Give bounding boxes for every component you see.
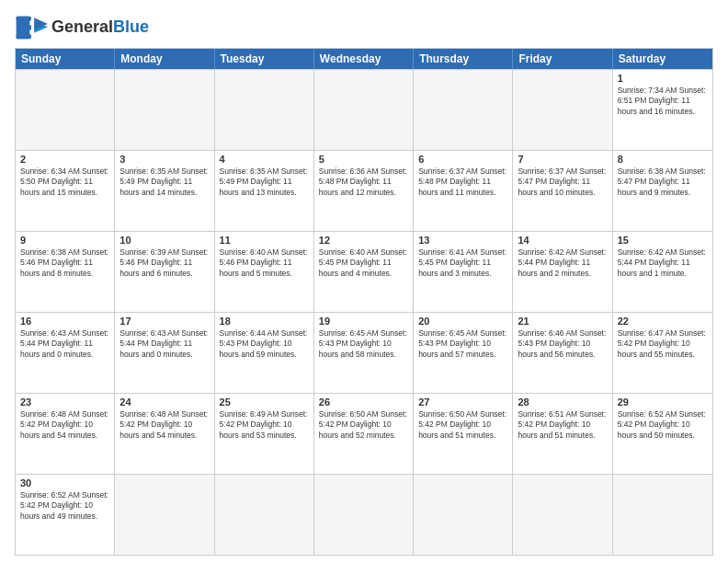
cell-info: Sunrise: 6:40 AM Sunset: 5:45 PM Dayligh… (319, 247, 408, 279)
calendar-row: 1Sunrise: 7:34 AM Sunset: 6:51 PM Daylig… (16, 69, 712, 150)
calendar-cell (215, 70, 314, 150)
calendar-cell: 11Sunrise: 6:40 AM Sunset: 5:46 PM Dayli… (215, 232, 314, 312)
day-number: 9 (20, 235, 109, 246)
svg-rect-3 (17, 34, 31, 39)
day-number: 5 (319, 154, 408, 165)
calendar-cell (215, 475, 314, 555)
calendar-cell: 29Sunrise: 6:52 AM Sunset: 5:42 PM Dayli… (613, 394, 712, 474)
cell-info: Sunrise: 6:37 AM Sunset: 5:47 PM Dayligh… (518, 167, 607, 198)
day-number: 17 (119, 316, 209, 327)
calendar-cell (414, 475, 513, 555)
cell-info: Sunrise: 6:42 AM Sunset: 5:44 PM Dayligh… (618, 247, 708, 279)
svg-rect-2 (17, 17, 31, 21)
calendar-cell: 12Sunrise: 6:40 AM Sunset: 5:45 PM Dayli… (314, 232, 414, 312)
day-number: 19 (319, 316, 408, 327)
calendar-row: 2Sunrise: 6:34 AM Sunset: 5:50 PM Daylig… (16, 150, 712, 231)
weekday-header: Wednesday (314, 49, 414, 69)
calendar-cell: 16Sunrise: 6:43 AM Sunset: 5:44 PM Dayli… (16, 313, 115, 393)
day-number: 8 (618, 154, 708, 165)
calendar-cell: 3Sunrise: 6:35 AM Sunset: 5:49 PM Daylig… (115, 151, 214, 231)
calendar-cell: 25Sunrise: 6:49 AM Sunset: 5:42 PM Dayli… (215, 394, 314, 474)
logo: GeneralBlue (15, 15, 149, 40)
calendar-header: SundayMondayTuesdayWednesdayThursdayFrid… (16, 49, 712, 69)
cell-info: Sunrise: 6:35 AM Sunset: 5:49 PM Dayligh… (220, 167, 309, 198)
day-number: 7 (518, 154, 607, 165)
cell-info: Sunrise: 6:42 AM Sunset: 5:44 PM Dayligh… (518, 247, 607, 279)
calendar: SundayMondayTuesdayWednesdayThursdayFrid… (15, 48, 713, 556)
calendar-cell: 27Sunrise: 6:50 AM Sunset: 5:42 PM Dayli… (414, 394, 513, 474)
weekday-header: Monday (115, 49, 214, 69)
calendar-cell: 8Sunrise: 6:38 AM Sunset: 5:47 PM Daylig… (613, 151, 712, 231)
weekday-header: Saturday (613, 49, 712, 69)
day-number: 14 (518, 235, 607, 246)
calendar-cell: 30Sunrise: 6:52 AM Sunset: 5:42 PM Dayli… (16, 475, 115, 555)
logo-icon (15, 15, 48, 40)
cell-info: Sunrise: 6:50 AM Sunset: 5:42 PM Dayligh… (319, 409, 408, 441)
calendar-cell: 6Sunrise: 6:37 AM Sunset: 5:48 PM Daylig… (414, 151, 513, 231)
cell-info: Sunrise: 6:43 AM Sunset: 5:44 PM Dayligh… (20, 328, 109, 360)
cell-info: Sunrise: 6:35 AM Sunset: 5:49 PM Dayligh… (119, 167, 209, 198)
calendar-cell (115, 475, 214, 555)
calendar-cell: 13Sunrise: 6:41 AM Sunset: 5:45 PM Dayli… (414, 232, 513, 312)
cell-info: Sunrise: 6:38 AM Sunset: 5:47 PM Dayligh… (618, 167, 708, 198)
cell-info: Sunrise: 6:44 AM Sunset: 5:43 PM Dayligh… (220, 328, 309, 360)
day-number: 25 (220, 396, 309, 408)
calendar-row: 23Sunrise: 6:48 AM Sunset: 5:42 PM Dayli… (16, 393, 712, 474)
calendar-cell: 5Sunrise: 6:36 AM Sunset: 5:48 PM Daylig… (314, 151, 414, 231)
day-number: 21 (518, 316, 607, 327)
day-number: 23 (20, 396, 109, 408)
cell-info: Sunrise: 6:45 AM Sunset: 5:43 PM Dayligh… (418, 328, 507, 360)
cell-info: Sunrise: 6:39 AM Sunset: 5:46 PM Dayligh… (119, 247, 209, 279)
calendar-body: 1Sunrise: 7:34 AM Sunset: 6:51 PM Daylig… (16, 69, 712, 555)
svg-rect-4 (25, 26, 31, 30)
cell-info: Sunrise: 6:52 AM Sunset: 5:42 PM Dayligh… (618, 409, 708, 441)
cell-info: Sunrise: 6:48 AM Sunset: 5:42 PM Dayligh… (119, 409, 209, 441)
day-number: 15 (618, 235, 708, 246)
calendar-cell (513, 70, 612, 150)
cell-info: Sunrise: 6:41 AM Sunset: 5:45 PM Dayligh… (418, 247, 507, 279)
weekday-header: Tuesday (215, 49, 314, 69)
day-number: 30 (20, 477, 109, 488)
calendar-cell (314, 475, 414, 555)
cell-info: Sunrise: 6:38 AM Sunset: 5:46 PM Dayligh… (20, 247, 109, 279)
cell-info: Sunrise: 6:47 AM Sunset: 5:42 PM Dayligh… (618, 328, 708, 360)
calendar-cell: 19Sunrise: 6:45 AM Sunset: 5:43 PM Dayli… (314, 313, 414, 393)
calendar-cell: 7Sunrise: 6:37 AM Sunset: 5:47 PM Daylig… (513, 151, 612, 231)
cell-info: Sunrise: 6:43 AM Sunset: 5:44 PM Dayligh… (119, 328, 209, 360)
day-number: 3 (119, 154, 209, 165)
day-number: 18 (220, 316, 309, 327)
cell-info: Sunrise: 6:36 AM Sunset: 5:48 PM Dayligh… (319, 167, 408, 198)
weekday-header: Sunday (16, 49, 115, 69)
calendar-row: 9Sunrise: 6:38 AM Sunset: 5:46 PM Daylig… (16, 231, 712, 312)
calendar-cell: 15Sunrise: 6:42 AM Sunset: 5:44 PM Dayli… (613, 232, 712, 312)
day-number: 26 (319, 396, 408, 408)
cell-info: Sunrise: 6:46 AM Sunset: 5:43 PM Dayligh… (518, 328, 607, 360)
day-number: 1 (618, 73, 708, 84)
cell-info: Sunrise: 6:49 AM Sunset: 5:42 PM Dayligh… (220, 409, 309, 441)
day-number: 20 (418, 316, 507, 327)
cell-info: Sunrise: 6:48 AM Sunset: 5:42 PM Dayligh… (20, 409, 109, 441)
logo-text: GeneralBlue (51, 18, 149, 37)
weekday-header: Friday (513, 49, 612, 69)
calendar-row: 30Sunrise: 6:52 AM Sunset: 5:42 PM Dayli… (16, 474, 712, 555)
calendar-cell: 28Sunrise: 6:51 AM Sunset: 5:42 PM Dayli… (513, 394, 612, 474)
day-number: 16 (20, 316, 109, 327)
calendar-cell: 20Sunrise: 6:45 AM Sunset: 5:43 PM Dayli… (414, 313, 513, 393)
day-number: 27 (418, 396, 507, 408)
cell-info: Sunrise: 7:34 AM Sunset: 6:51 PM Dayligh… (618, 86, 708, 117)
day-number: 11 (220, 235, 309, 246)
cell-info: Sunrise: 6:34 AM Sunset: 5:50 PM Dayligh… (20, 167, 109, 198)
day-number: 22 (618, 316, 708, 327)
day-number: 24 (119, 396, 209, 408)
day-number: 2 (20, 154, 109, 165)
calendar-cell: 1Sunrise: 7:34 AM Sunset: 6:51 PM Daylig… (613, 70, 712, 150)
cell-info: Sunrise: 6:50 AM Sunset: 5:42 PM Dayligh… (418, 409, 507, 441)
day-number: 12 (319, 235, 408, 246)
calendar-cell (513, 475, 612, 555)
cell-info: Sunrise: 6:51 AM Sunset: 5:42 PM Dayligh… (518, 409, 607, 441)
calendar-cell (16, 70, 115, 150)
weekday-header: Thursday (414, 49, 513, 69)
cell-info: Sunrise: 6:52 AM Sunset: 5:42 PM Dayligh… (20, 490, 109, 522)
day-number: 10 (119, 235, 209, 246)
calendar-cell: 9Sunrise: 6:38 AM Sunset: 5:46 PM Daylig… (16, 232, 115, 312)
